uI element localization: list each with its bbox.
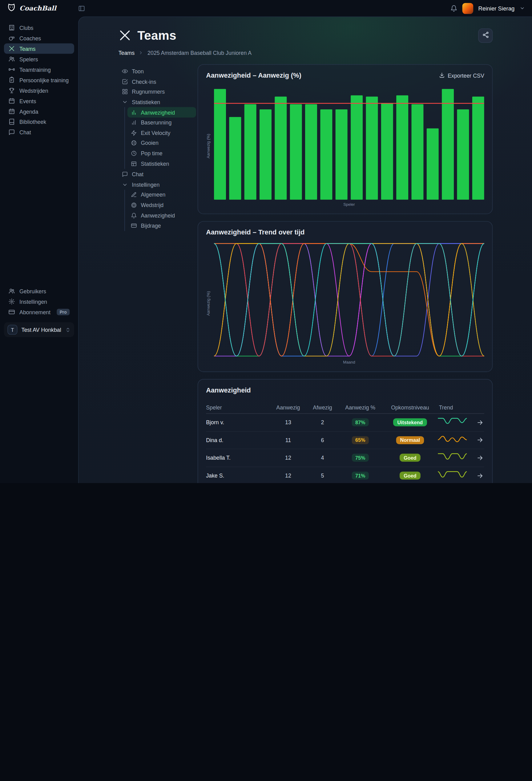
col-opkomstniveau: Opkomstniveau	[382, 404, 438, 410]
card-title: Aanwezigheid – Aanwezig (%)	[206, 72, 301, 79]
row-detail-arrow-icon[interactable]	[477, 472, 484, 479]
bar-chart-ylabel: Aanwezig (%)	[206, 85, 212, 206]
clock-icon	[131, 150, 137, 156]
subnav-item-aanwezigheid[interactable]: Aanwezigheid	[128, 107, 196, 117]
subnav-item-instellingen[interactable]: Instellingen	[119, 179, 196, 190]
subnav-item-aanwezigheid[interactable]: Aanwezigheid	[128, 210, 196, 220]
table-title: Aanwezigheid	[206, 386, 484, 394]
trend-sparkline	[438, 417, 477, 428]
user-avatar[interactable]	[462, 3, 474, 14]
subnav-item-label: Aanwezigheid	[141, 213, 175, 218]
target-icon	[131, 202, 137, 208]
sidebar-item-instellingen[interactable]: Instellingen	[4, 296, 74, 307]
sidebar-item-label: Wedstrijden	[19, 87, 48, 93]
subnav-item-check-ins[interactable]: Check-ins	[119, 76, 196, 87]
sidebar-item-label: Clubs	[19, 25, 33, 31]
level-badge: Goed	[400, 454, 420, 462]
subnav-item-baserunning[interactable]: Baserunning	[128, 117, 196, 128]
sidebar-item-teams[interactable]: Teams	[4, 43, 74, 54]
sidebar-item-chat[interactable]: Chat	[4, 127, 74, 137]
sidebar-item-gebruikers[interactable]: Gebruikers	[4, 286, 74, 296]
table-row[interactable]: Dina d.11665%Normaal	[206, 431, 484, 450]
message-icon	[122, 171, 128, 177]
sidebar-item-events[interactable]: Events	[4, 95, 74, 106]
account-switcher[interactable]: T Test AV Honkbal	[4, 322, 74, 337]
sidebar-item-teamtraining[interactable]: Teamtraining	[4, 65, 74, 75]
bar-chart	[214, 85, 484, 200]
sidebar-item-label: Gebruikers	[19, 288, 46, 294]
row-detail-arrow-icon[interactable]	[477, 419, 484, 426]
attendance-trend-card: Aanwezigheid – Trend over tijd Aanwezig …	[197, 221, 493, 372]
line-chart	[214, 242, 484, 358]
user-name: Reinier Sierag	[478, 5, 515, 11]
sidebar-item-bibliotheek[interactable]: Bibliotheek	[4, 117, 74, 127]
row-detail-arrow-icon[interactable]	[477, 437, 484, 443]
gear-icon	[8, 298, 15, 305]
subnav-item-bijdrage[interactable]: Bijdrage	[128, 220, 196, 231]
sidebar-item-coaches[interactable]: Coaches	[4, 33, 74, 43]
table-row[interactable]: Bjorn v.13287%Uitstekend	[206, 414, 484, 431]
sidebar-item-label: Abonnement	[19, 309, 50, 315]
sidebar-item-abonnement[interactable]: AbonnementPro	[4, 307, 74, 317]
subnav-item-pop-time[interactable]: Pop time	[128, 148, 196, 158]
subnav-item-exit-velocity[interactable]: Exit Velocity	[128, 128, 196, 138]
attendance-pct-badge: 75%	[352, 454, 369, 462]
team-subnav: ToonCheck-insRugnummersStatistiekenAanwe…	[119, 65, 196, 483]
page-title: Teams	[137, 28, 176, 43]
subnav-item-algemeen[interactable]: Algemeen	[128, 190, 196, 200]
row-detail-arrow-icon[interactable]	[477, 455, 484, 461]
subnav-item-label: Statistieken	[132, 99, 160, 105]
sidebar-item-agenda[interactable]: Agenda	[4, 106, 74, 117]
subnav-item-label: Baserunning	[141, 120, 172, 125]
subnav-item-gooien[interactable]: Gooien	[128, 138, 196, 148]
share-button[interactable]	[478, 28, 493, 43]
brand-name: CoachBall	[19, 5, 56, 12]
breadcrumb: Teams 2025 Amsterdam Baseball Club Junio…	[119, 50, 493, 56]
zap-icon	[131, 130, 137, 136]
pro-badge: Pro	[57, 309, 70, 315]
subnav-item-chat[interactable]: Chat	[119, 169, 196, 179]
bats-icon	[8, 45, 15, 52]
building-icon	[8, 24, 15, 31]
sidebar-item-clubs[interactable]: Clubs	[4, 23, 74, 33]
account-avatar: T	[7, 325, 17, 335]
sidebar-item-spelers[interactable]: Spelers	[4, 54, 74, 65]
message-icon	[8, 129, 15, 135]
sidebar-item-label: Events	[19, 98, 36, 104]
table-row[interactable]: Isabella T.12475%Goed	[206, 449, 484, 467]
subnav-item-statistieken[interactable]: Statistieken	[119, 97, 196, 107]
subnav-item-label: Exit Velocity	[141, 130, 170, 136]
attendance-pct-badge: 71%	[352, 472, 369, 480]
sidebar-item-wedstrijden[interactable]: Wedstrijden	[4, 85, 74, 95]
trophy-icon	[8, 87, 15, 94]
col-trend: Trend	[438, 404, 477, 410]
chevron-down-icon[interactable]	[520, 6, 525, 11]
subnav-item-toon[interactable]: Toon	[119, 66, 196, 76]
trend-sparkline	[438, 470, 477, 481]
card-title: Aanwezigheid – Trend over tijd	[206, 229, 305, 236]
subnav-item-label: Bijdrage	[141, 223, 161, 229]
subnav-item-label: Check-ins	[132, 79, 156, 84]
table-row[interactable]: Jake S.12571%Goed	[206, 467, 484, 483]
subnav-item-label: Statistieken	[141, 161, 169, 167]
brand[interactable]: CoachBall	[7, 3, 56, 14]
sidebar-item-label: Instellingen	[19, 298, 47, 304]
export-csv-button[interactable]: Exporteer CSV	[439, 72, 484, 79]
users-icon	[8, 56, 15, 62]
subnav-item-statistieken[interactable]: Statistieken	[128, 159, 196, 169]
sidebar-item-persoonlijke-training[interactable]: Persoonlijke training	[4, 75, 74, 85]
sidebar-collapse-icon[interactable]	[78, 5, 85, 12]
subnav-item-label: Instellingen	[132, 182, 160, 188]
calendar-icon	[8, 98, 15, 104]
check-square-icon	[122, 79, 128, 84]
bar-chart-plot: Speler	[214, 85, 484, 206]
col-aanwezig: Aanwezig	[270, 404, 307, 410]
breadcrumb-root[interactable]: Teams	[119, 50, 135, 56]
subnav-group-instellingen: AlgemeenWedstrijdAanwezigheidBijdrage	[124, 190, 196, 231]
subnav-item-wedstrijd[interactable]: Wedstrijd	[128, 200, 196, 210]
notifications-bell-icon[interactable]	[450, 5, 457, 12]
chevrons-up-down-icon	[65, 327, 71, 332]
attendance-bar-card: Aanwezigheid – Aanwezig (%) Exporteer CS…	[197, 65, 493, 214]
subnav-item-rugnummers[interactable]: Rugnummers	[119, 87, 196, 97]
credit-card-icon	[8, 309, 15, 315]
